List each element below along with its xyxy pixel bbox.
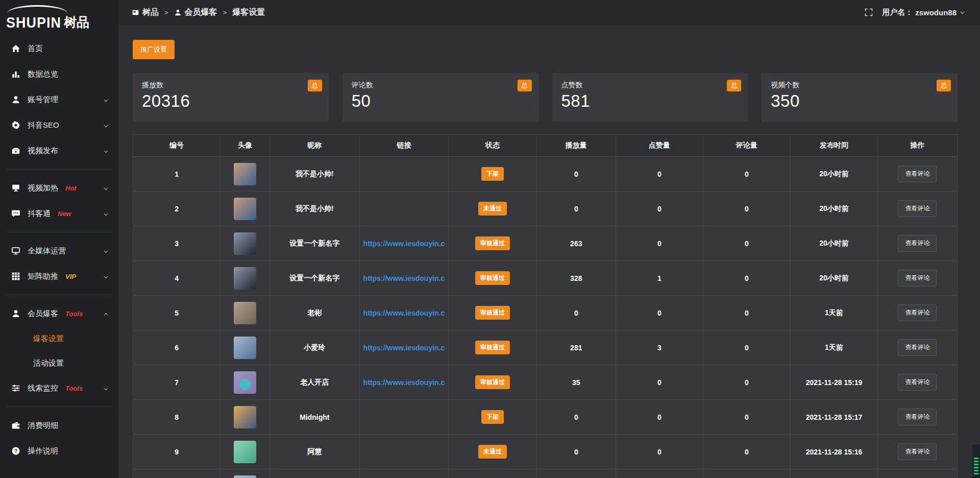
column-header: 播放量 <box>537 135 616 156</box>
cell-plays: 0 <box>537 192 616 226</box>
video-link[interactable]: https://www.iesdouyin.c <box>363 378 445 387</box>
sidebar-item-video-publish[interactable]: 视频发布 <box>0 138 118 163</box>
breadcrumb-label: 树品 <box>142 7 159 18</box>
view-comments-button[interactable]: 查看评论 <box>898 304 937 321</box>
sidebar-item-account-management[interactable]: 账号管理 <box>0 87 118 112</box>
column-header: 编号 <box>133 135 220 156</box>
video-link[interactable]: https://www.iesdouyin.c <box>363 344 445 352</box>
cell-nickname <box>270 469 360 478</box>
view-comments-button[interactable]: 查看评论 <box>898 339 937 356</box>
cell-avatar <box>220 157 270 191</box>
sidebar-item-home[interactable]: 首页 <box>0 36 118 61</box>
column-header: 链接 <box>360 135 449 156</box>
sidebar-item-clue-monitor[interactable]: 线索监控 Tools <box>0 375 118 401</box>
chevron-up-icon <box>103 310 109 317</box>
sidebar-item-member-baoke[interactable]: 会员爆客 Tools <box>0 301 118 326</box>
cell-actions: 查看评论 <box>878 365 957 399</box>
sidebar-item-video-heating[interactable]: 视频加热 Hot <box>0 175 118 201</box>
cell-plays: 0 <box>537 435 616 469</box>
video-link[interactable]: https://www.iesdouyin.c <box>363 240 445 248</box>
chat-icon <box>11 209 20 218</box>
cell-status: 未通过 <box>449 192 537 226</box>
column-header: 状态 <box>449 135 537 156</box>
sidebar-item-douketong[interactable]: 抖客通 New <box>0 201 118 226</box>
cell-avatar <box>220 192 270 226</box>
stat-card: 视频个数 350 总 <box>762 73 958 122</box>
cell-plays: 0 <box>537 400 616 434</box>
view-comments-button[interactable]: 查看评论 <box>898 374 937 391</box>
cell-publish-time: 20小时前 <box>791 192 878 226</box>
user-menu[interactable]: 用户名：zswodun88 <box>882 8 966 17</box>
cell-comments: 0 <box>703 400 791 434</box>
breadcrumb-item[interactable]: 爆客设置 <box>232 7 265 18</box>
stat-card-total-badge: 总 <box>308 80 322 91</box>
cell-link: https://www.iesdouyin.c <box>360 330 449 365</box>
cell-actions: 查看评论 <box>878 400 957 434</box>
view-comments-button[interactable]: 查看评论 <box>898 200 937 217</box>
fullscreen-icon[interactable] <box>865 8 873 16</box>
cell-avatar <box>220 435 270 469</box>
table-row: 2 我不是小帅! 未通过 0 0 0 20小时前 查看评论 <box>133 191 957 226</box>
cell-id: 7 <box>133 365 220 399</box>
sidebar-item-label: 视频加热 <box>28 183 58 193</box>
column-header: 头像 <box>220 135 270 156</box>
topbar: 树品>会员爆客>爆客设置 用户名：zswodun88 <box>118 0 980 25</box>
breadcrumb-item[interactable]: 会员爆客 <box>174 7 217 18</box>
breadcrumb-label: 爆客设置 <box>232 7 265 18</box>
table-row: 3 设置一个新名字 https://www.iesdouyin.c 审核通过 2… <box>133 226 957 260</box>
sidebar-divider <box>7 169 111 170</box>
stat-card-total-badge: 总 <box>727 80 741 91</box>
view-comments-button[interactable]: 查看评论 <box>898 165 937 182</box>
sidebar-item-douyin-seo[interactable]: 抖音SEO <box>0 112 118 138</box>
cell-publish-time: 20小时前 <box>791 226 878 260</box>
username-value: zswodun88 <box>915 8 957 17</box>
sidebar-item-label: 抖客通 <box>28 209 51 219</box>
sidebar-item-omni-media[interactable]: 全媒体运营 <box>0 238 118 264</box>
svg-text:?: ? <box>14 448 17 454</box>
view-comments-button[interactable]: 查看评论 <box>898 409 937 425</box>
breadcrumb-label: 会员爆客 <box>185 7 217 18</box>
cell-link: https://www.iesdouyin.c <box>360 226 449 260</box>
sidebar-item-label: 抖音SEO <box>28 121 59 130</box>
cell-link <box>360 469 449 478</box>
sidebar-item-consumption-details[interactable]: 消费明细 <box>0 413 118 438</box>
cell-status: 下架 <box>449 400 537 434</box>
view-comments-button[interactable]: 查看评论 <box>898 270 937 286</box>
sidebar-item-data-overview[interactable]: 数据总览 <box>0 61 118 87</box>
logo[interactable]: SHUPIN 树品 <box>0 4 118 31</box>
cell-likes: 0 <box>616 296 703 330</box>
user-icon <box>11 95 20 104</box>
stat-card-label: 视频个数 <box>771 81 948 90</box>
sidebar-item-label: 视频发布 <box>28 146 58 156</box>
page-scrollbar[interactable] <box>972 444 980 478</box>
table-row: 9 阿慧 未通过 0 0 0 2021-11-28 15:16 查看评论 <box>133 434 957 469</box>
topbar-right: 用户名：zswodun88 <box>865 8 966 17</box>
cell-actions: 查看评论 <box>878 192 957 226</box>
cell-comments: 0 <box>703 157 791 191</box>
sidebar-item-matrix-boost[interactable]: 矩阵助推 VIP <box>0 264 118 289</box>
sidebar-divider <box>7 232 111 232</box>
cell-publish-time: 1天前 <box>791 330 878 365</box>
cell-likes: 0 <box>616 365 703 399</box>
sidebar-subitem-baoke-settings[interactable]: 爆客设置 <box>0 326 118 351</box>
stat-card-value: 581 <box>561 91 739 111</box>
display-icon <box>11 183 20 193</box>
table-row: 5 老彬 https://www.iesdouyin.c 审核通过 0 0 0 … <box>133 295 957 330</box>
video-link[interactable]: https://www.iesdouyin.c <box>363 274 445 282</box>
sidebar-subitem-activity-settings[interactable]: 活动设置 <box>0 351 118 375</box>
window-icon <box>132 9 139 16</box>
promo-settings-button[interactable]: 推广设置 <box>133 40 175 59</box>
sidebar: SHUPIN 树品 首页 数据总览 账号管理 抖音SEO 视频发布 视频加热 H… <box>0 0 118 478</box>
view-comments-button[interactable]: 查看评论 <box>898 443 937 460</box>
sidebar-divider <box>7 295 111 295</box>
stat-card-total-badge: 总 <box>518 80 532 91</box>
cell-avatar <box>220 296 270 330</box>
sidebar-item-operation-guide[interactable]: ? 操作说明 <box>0 438 118 464</box>
video-link[interactable]: https://www.iesdouyin.c <box>363 309 445 317</box>
view-comments-button[interactable]: 查看评论 <box>898 235 937 252</box>
cell-nickname: 小爱玲 <box>270 330 360 365</box>
sidebar-item-tag: Tools <box>65 385 83 392</box>
cell-avatar <box>220 330 270 365</box>
breadcrumb-item[interactable]: 树品 <box>132 7 159 18</box>
cell-status: 审核通过 <box>449 365 537 399</box>
